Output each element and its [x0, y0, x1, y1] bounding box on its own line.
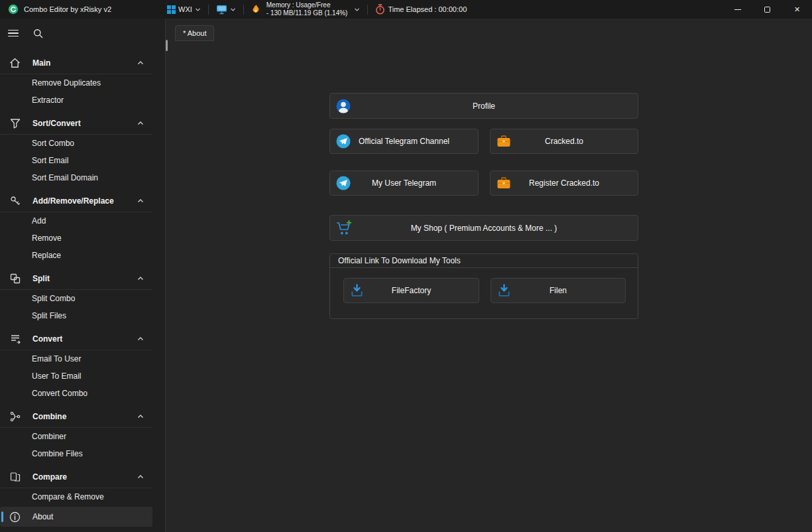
chevron-down-icon	[195, 7, 201, 13]
briefcase-icon	[496, 176, 512, 190]
sidebar: Main Remove Duplicates Extractor Sort/Co…	[0, 19, 166, 532]
sidebar-item-sort-email[interactable]: Sort Email	[0, 152, 152, 169]
sidebar-top-bar	[0, 19, 165, 48]
sidebar-section-compare[interactable]: Compare	[0, 466, 152, 488]
convert-icon	[9, 334, 21, 344]
time-elapsed-label: Time Elapsed : 00:00:00	[388, 5, 467, 13]
sidebar-section-sort-convert[interactable]: Sort/Convert	[0, 112, 152, 135]
memory-label: Memory : Usage/Free	[266, 1, 348, 9]
telegram-icon	[335, 175, 351, 191]
selected-indicator	[1, 511, 3, 522]
sidebar-section-combine[interactable]: Combine	[0, 405, 152, 428]
maximize-button[interactable]	[752, 0, 782, 19]
chevron-down-icon	[354, 7, 360, 13]
sidebar-item-remove[interactable]: Remove	[0, 230, 152, 247]
profile-button-label: Profile	[473, 101, 495, 111]
windows-logo-icon	[167, 5, 176, 14]
sidebar-section-convert[interactable]: Convert	[0, 328, 152, 350]
about-label: About	[32, 512, 53, 521]
sidebar-section-add-remove-replace[interactable]: Add/Remove/Replace	[0, 190, 152, 212]
profile-icon	[335, 98, 351, 114]
download-icon	[349, 283, 365, 299]
sidebar-item-split-files[interactable]: Split Files	[0, 307, 152, 324]
minimize-icon	[734, 9, 741, 10]
filefactory-button[interactable]: FileFactory	[343, 278, 479, 303]
wxi-label: WXI	[178, 5, 192, 13]
titlebar-app-area: Combo Editor by xRisky v2	[0, 4, 166, 15]
sidebar-section-label: Split	[32, 274, 50, 283]
sidebar-section-label: Main	[32, 58, 50, 68]
cracked-to-button[interactable]: Cracked.to	[490, 129, 638, 154]
memory-readout: Memory : Usage/Free - 130 MB/11.19 GB (1…	[266, 1, 348, 17]
sidebar-item-email-to-user[interactable]: Email To User	[0, 350, 152, 367]
sidebar-item-convert-combo[interactable]: Convert Combo	[0, 385, 152, 402]
search-icon[interactable]	[33, 29, 43, 38]
sidebar-item-combine-files[interactable]: Combine Files	[0, 445, 152, 462]
toolbar-divider	[243, 5, 244, 15]
sidebar-section-label: Compare	[32, 472, 67, 482]
telegram-channel-button[interactable]: Official Telegram Channel	[329, 129, 479, 154]
chevron-down-icon	[230, 7, 236, 13]
sidebar-section-label: Sort/Convert	[32, 119, 81, 128]
sidebar-item-extractor[interactable]: Extractor	[0, 92, 152, 109]
home-icon	[9, 58, 21, 68]
monitor-icon	[216, 5, 227, 15]
filen-button-label: Filen	[550, 286, 567, 295]
filen-button[interactable]: Filen	[491, 278, 626, 303]
chevron-up-icon	[137, 473, 145, 481]
download-icon	[496, 283, 512, 299]
wxi-dropdown[interactable]: WXI	[166, 5, 202, 14]
profile-button[interactable]: Profile	[329, 93, 638, 119]
download-tools-group: Official Link To Download My Tools FileF…	[329, 253, 638, 319]
chevron-up-icon	[137, 275, 145, 283]
time-elapsed-display: Time Elapsed : 00:00:00	[374, 4, 468, 15]
close-button[interactable]: ✕	[782, 0, 812, 19]
memory-value: - 130 MB/11.19 GB (1.14%)	[266, 9, 348, 17]
titlebar: Combo Editor by xRisky v2 WXI	[0, 0, 812, 19]
filefactory-button-label: FileFactory	[392, 286, 431, 295]
window-controls: ✕	[723, 0, 812, 19]
minimize-button[interactable]	[723, 0, 752, 19]
sidebar-nav: Main Remove Duplicates Extractor Sort/Co…	[0, 48, 165, 507]
display-dropdown[interactable]	[215, 5, 237, 15]
sidebar-item-remove-duplicates[interactable]: Remove Duplicates	[0, 74, 152, 92]
telegram-channel-button-label: Official Telegram Channel	[359, 137, 449, 146]
sidebar-section-main[interactable]: Main	[0, 52, 152, 74]
sidebar-item-split-combo[interactable]: Split Combo	[0, 290, 152, 307]
sidebar-section-label: Add/Remove/Replace	[32, 196, 114, 206]
register-cracked-to-button-label: Register Cracked.to	[529, 178, 599, 188]
sidebar-item-replace[interactable]: Replace	[0, 247, 152, 264]
sidebar-section-split[interactable]: Split	[0, 267, 152, 290]
hamburger-menu-icon[interactable]	[8, 30, 19, 37]
my-user-telegram-button-label: My User Telegram	[372, 178, 436, 188]
sidebar-item-add[interactable]: Add	[0, 212, 152, 230]
briefcase-icon	[496, 134, 512, 149]
sidebar-item-user-to-email[interactable]: User To Email	[0, 367, 152, 385]
my-shop-button-label: My Shop ( Premium Accounts & More ... )	[411, 224, 557, 233]
chevron-up-icon	[137, 413, 145, 421]
compare-icon	[9, 472, 21, 482]
register-cracked-to-button[interactable]: Register Cracked.to	[490, 170, 638, 196]
sidebar-section-label: Convert	[32, 334, 62, 344]
sidebar-section-label: Combine	[32, 412, 66, 421]
add-remove-replace-icon	[9, 196, 21, 206]
cracked-to-button-label: Cracked.to	[545, 137, 583, 146]
sidebar-item-compare-and-remove[interactable]: Compare & Remove	[0, 488, 152, 505]
scrollbar-thumb[interactable]	[166, 40, 168, 51]
memory-dropdown[interactable]: Memory : Usage/Free - 130 MB/11.19 GB (1…	[250, 1, 362, 17]
app-logo-icon	[8, 4, 19, 15]
sidebar-item-sort-email-domain[interactable]: Sort Email Domain	[0, 169, 152, 186]
split-icon	[9, 273, 21, 284]
filter-icon	[9, 118, 21, 129]
content-area: * About Profile Official Telegram Channe…	[166, 19, 812, 532]
sidebar-item-sort-combo[interactable]: Sort Combo	[0, 135, 152, 152]
tab-about[interactable]: * About	[175, 25, 214, 41]
my-shop-button[interactable]: My Shop ( Premium Accounts & More ... )	[329, 215, 638, 241]
my-user-telegram-button[interactable]: My User Telegram	[329, 170, 479, 196]
chevron-up-icon	[137, 335, 145, 343]
flame-icon	[251, 4, 261, 15]
sidebar-item-combiner[interactable]: Combiner	[0, 428, 152, 445]
toolbar-divider	[367, 5, 368, 15]
stopwatch-icon	[375, 4, 385, 15]
sidebar-item-about[interactable]: About	[0, 507, 152, 527]
